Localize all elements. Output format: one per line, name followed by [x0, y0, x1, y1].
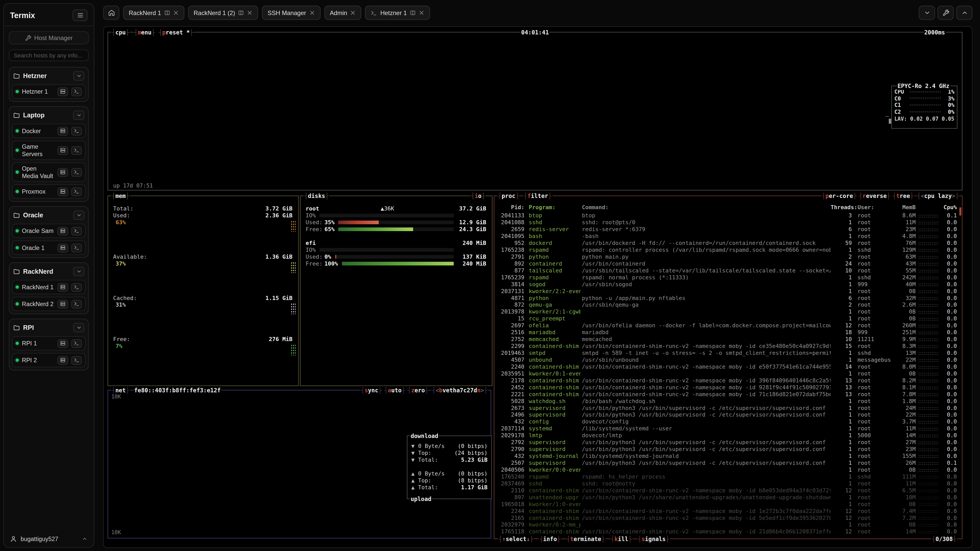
- process-row[interactable]: 897unattended-upgr/usr/bin/python3 /usr/…: [497, 494, 957, 501]
- process-row[interactable]: 2299containerd-shim/usr/bin/containerd-s…: [497, 343, 957, 349]
- host-connect-button[interactable]: [57, 300, 68, 308]
- wrench-button[interactable]: [937, 6, 954, 20]
- host-item[interactable]: Open Media Vault: [12, 162, 86, 182]
- process-row[interactable]: 877tailscaled/usr/sbin/tailscaled --stat…: [497, 267, 957, 274]
- host-connect-button[interactable]: [57, 243, 68, 252]
- process-row[interactable]: 2037131kworker/2:2-even1root0B0.0: [497, 287, 957, 294]
- split-view-icon[interactable]: [164, 10, 170, 16]
- process-row[interactable]: 2019463smtpdsmtpd -n 589 -t inet -u -o s…: [497, 349, 957, 356]
- process-row[interactable]: 2165containerd-shim/usr/bin/containerd-s…: [497, 514, 957, 521]
- process-row[interactable]: 1765240rspamdrspamd: hs_helper process1s…: [497, 473, 957, 480]
- proc-reverse-button[interactable]: ┤reverse├: [859, 192, 890, 200]
- process-row[interactable]: 892containerd/usr/bin/containerd24root43…: [497, 260, 957, 267]
- process-row[interactable]: 2029178lmtpdovecot/lmtp1500014M0.0: [497, 432, 957, 439]
- group-collapse-button[interactable]: [73, 267, 84, 276]
- host-terminal-button[interactable]: [71, 146, 82, 155]
- process-row[interactable]: 2040506kworker/0:0-even1root0B0.0: [497, 466, 957, 473]
- col-program[interactable]: Program:: [525, 204, 581, 210]
- cpu-menu-button[interactable]: ┤menu├: [134, 28, 155, 36]
- process-row[interactable]: 2221containerd-shim/usr/bin/containerd-s…: [497, 391, 957, 398]
- host-terminal-button[interactable]: [71, 339, 82, 348]
- host-connect-button[interactable]: [57, 283, 68, 291]
- proc-filter-button[interactable]: ┤filter├: [523, 192, 552, 200]
- host-terminal-button[interactable]: [71, 283, 82, 291]
- host-connect-button[interactable]: [57, 339, 68, 348]
- host-item[interactable]: Oracle Sam: [12, 224, 86, 238]
- process-row[interactable]: 2516mariadbdmariadbd18999251M0.0: [497, 329, 957, 336]
- close-tab-icon[interactable]: [350, 10, 356, 16]
- host-terminal-button[interactable]: [71, 187, 82, 196]
- group-collapse-button[interactable]: [73, 110, 84, 120]
- host-item[interactable]: Game Servers: [12, 141, 86, 160]
- proc-terminate-button[interactable]: ┤terminate├: [566, 535, 605, 543]
- host-item[interactable]: Proxmox: [12, 184, 86, 198]
- tab-hetzner-1[interactable]: Hetzner 1: [365, 6, 430, 20]
- host-group-header[interactable]: Laptop: [12, 110, 86, 121]
- process-row[interactable]: 1765238rspamdrspamd: controller process …: [497, 246, 957, 253]
- process-row[interactable]: 2697ofelia/usr/bin/ofelia daemon --docke…: [497, 322, 957, 329]
- host-connect-button[interactable]: [57, 127, 68, 135]
- split-view-icon[interactable]: [410, 10, 415, 16]
- col-command[interactable]: Command:: [581, 204, 831, 210]
- host-group-header[interactable]: Hetzner: [12, 70, 86, 82]
- process-row[interactable]: 1765239rspamdrspamd: normal process (*:1…: [497, 274, 957, 281]
- group-collapse-button[interactable]: [73, 323, 84, 332]
- process-row[interactable]: 432systemd-journal/lib/systemd/systemd-j…: [497, 453, 957, 459]
- refresh-interval[interactable]: 2000ms: [924, 28, 945, 36]
- host-terminal-button[interactable]: [71, 87, 82, 96]
- process-row[interactable]: 1765118containerd-shim/usr/bin/container…: [497, 528, 957, 535]
- col-pid[interactable]: Pid:: [497, 204, 525, 210]
- net-zero-button[interactable]: ┤zero├: [407, 386, 428, 394]
- net-device-selector[interactable]: ┤<b vetha7c27d n>├: [431, 386, 488, 394]
- process-row[interactable]: 2791pythonpython main.py2root63M0.0: [497, 253, 957, 260]
- process-row[interactable]: 5028watchdog.sh/bin/bash /watchdog.sh1ro…: [497, 398, 957, 405]
- terminal-view[interactable]: ┤cpu├ ┤menu├┤preset *├ 04:01:41 2000ms ……: [103, 26, 973, 548]
- host-group-header[interactable]: RackNerd: [12, 265, 86, 278]
- host-item[interactable]: Hetzner 1: [12, 84, 86, 99]
- host-item[interactable]: RackNerd 2: [12, 297, 86, 311]
- proc-select-button[interactable]: ┤↑ select ↓├: [498, 535, 534, 543]
- host-item[interactable]: RackNerd 1: [12, 280, 86, 294]
- process-row[interactable]: 2178containerd-shim/usr/bin/containerd-s…: [497, 377, 957, 384]
- tab-racknerd-1-2-[interactable]: RackNerd 1 (2): [188, 6, 258, 20]
- user-menu[interactable]: bugattiguy527: [9, 531, 89, 542]
- host-item[interactable]: RPI 1: [12, 336, 86, 351]
- proc-tree-button[interactable]: ┤tree├: [893, 192, 913, 200]
- tab-admin[interactable]: Admin: [324, 6, 361, 20]
- proc-info-button[interactable]: ┤info├: [539, 535, 561, 543]
- close-tab-icon[interactable]: [247, 10, 253, 16]
- host-terminal-button[interactable]: [71, 168, 82, 176]
- sidebar-toggle-button[interactable]: [73, 10, 88, 21]
- net-auto-button[interactable]: ┤auto├: [384, 386, 405, 394]
- process-row[interactable]: 2037469sshdsshd: root@notty1root11M0.0: [497, 480, 957, 487]
- chevron-up-button[interactable]: [956, 6, 973, 20]
- host-connect-button[interactable]: [57, 356, 68, 365]
- proc-signals-button[interactable]: ┤signals├: [637, 535, 670, 543]
- tab-racknerd-1[interactable]: RackNerd 1: [123, 6, 184, 20]
- host-connect-button[interactable]: [57, 146, 68, 155]
- process-row[interactable]: 2507supervisord/usr/bin/python3 /usr/bin…: [497, 459, 957, 466]
- host-connect-button[interactable]: [57, 187, 68, 196]
- process-row[interactable]: 3814sogod/usr/sbin/sogod199940M0.0: [497, 281, 957, 287]
- process-row[interactable]: 2752memcachedmemcached10112119.9M0.0: [497, 336, 957, 343]
- tab-ssh-manager[interactable]: SSH Manager: [262, 6, 321, 20]
- host-manager-button[interactable]: Host Manager: [9, 31, 89, 44]
- process-row[interactable]: 2037114systemd/lib/systemd/systemd --use…: [497, 425, 957, 432]
- process-row[interactable]: 2790supervisord/usr/bin/python3 /usr/bin…: [497, 446, 957, 453]
- process-row[interactable]: 2041088sshdsshd: root@pts/01root11M0.0: [497, 219, 957, 225]
- process-row[interactable]: 4871pythonpython -u /app/main.py nftable…: [497, 294, 957, 301]
- home-button[interactable]: [103, 6, 119, 20]
- search-input[interactable]: [9, 49, 89, 61]
- host-terminal-button[interactable]: [71, 356, 82, 365]
- host-terminal-button[interactable]: [71, 227, 82, 235]
- process-row[interactable]: 2240containerd-shim/usr/bin/containerd-s…: [497, 363, 957, 370]
- process-row[interactable]: 2452containerd-shim/usr/bin/containerd-s…: [497, 384, 957, 391]
- process-row[interactable]: 952dockerd/usr/bin/dockerd -H fd:// --co…: [497, 239, 957, 246]
- process-row[interactable]: 2041095bash-bash1root4.8M0.0: [497, 232, 957, 239]
- close-tab-icon[interactable]: [309, 10, 315, 16]
- host-group-header[interactable]: RPI: [12, 322, 86, 333]
- host-connect-button[interactable]: [57, 87, 68, 96]
- group-collapse-button[interactable]: [73, 71, 84, 81]
- chevron-down-button[interactable]: [919, 6, 935, 20]
- split-view-icon[interactable]: [238, 10, 244, 16]
